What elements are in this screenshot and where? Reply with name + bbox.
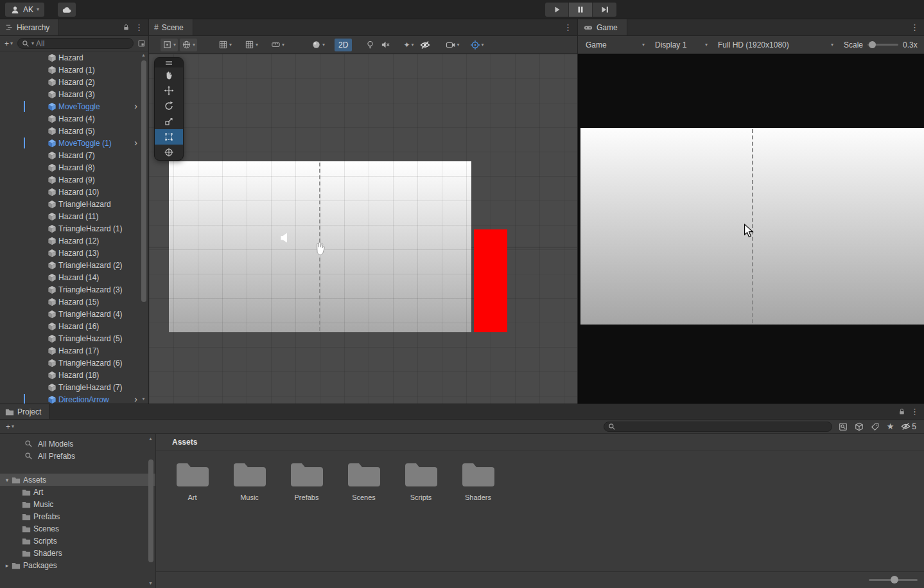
hierarchy-item[interactable]: TriangleHazard (7): [0, 381, 140, 393]
hierarchy-scrollbar[interactable]: ▲ ▼: [141, 51, 148, 402]
lock-icon[interactable]: [898, 407, 906, 416]
create-object-button[interactable]: + ▾: [3, 37, 15, 50]
hierarchy-search-field[interactable]: ▾ All: [17, 38, 134, 49]
tree-folder-item[interactable]: Shaders: [0, 547, 155, 559]
draw-mode-button[interactable]: ▾: [309, 39, 327, 51]
hierarchy-item[interactable]: DirectionArrow›: [0, 393, 140, 404]
search-by-type-icon[interactable]: [839, 422, 848, 431]
hierarchy-item[interactable]: TriangleHazard (4): [0, 308, 140, 320]
hierarchy-item[interactable]: Hazard (13): [0, 247, 140, 259]
snap-increment-button[interactable]: ▾: [269, 39, 286, 51]
hierarchy-item[interactable]: Hazard (16): [0, 320, 140, 332]
kebab-menu-icon[interactable]: ⋮: [911, 407, 919, 416]
resolution-dropdown[interactable]: Full HD (1920x1080) ▾: [715, 39, 836, 51]
hierarchy-item[interactable]: Hazard (9): [0, 174, 140, 186]
tab-project[interactable]: Project: [0, 404, 49, 419]
tree-item-assets[interactable]: ▾ Assets: [0, 474, 155, 486]
hierarchy-item[interactable]: MoveToggle›: [0, 100, 140, 112]
camera-settings-button[interactable]: ▾: [444, 39, 462, 51]
asset-folder[interactable]: Scripts: [392, 461, 449, 501]
hierarchy-item[interactable]: Hazard (7): [0, 149, 140, 161]
hierarchy-item[interactable]: Hazard (1): [0, 64, 140, 76]
expander-closed-icon[interactable]: ▸: [3, 562, 12, 569]
display-dropdown[interactable]: Display 1 ▾: [652, 39, 710, 51]
hazard-red-block[interactable]: [474, 229, 507, 332]
hierarchy-item[interactable]: Hazard (8): [0, 161, 140, 174]
hierarchy-item[interactable]: Hazard (5): [0, 125, 140, 137]
tab-hierarchy[interactable]: Hierarchy: [0, 19, 59, 35]
cloud-services-button[interactable]: [58, 3, 76, 17]
scale-slider[interactable]: [867, 44, 898, 46]
search-picker-icon[interactable]: [137, 39, 146, 48]
project-search-field[interactable]: [604, 422, 832, 432]
hierarchy-item[interactable]: Hazard (2): [0, 76, 140, 88]
hierarchy-item[interactable]: Hazard (12): [0, 235, 140, 247]
hierarchy-item[interactable]: Hazard (15): [0, 296, 140, 308]
tree-folder-item[interactable]: Prefabs: [0, 510, 155, 522]
effects-dropdown-button[interactable]: ✦ ▾: [401, 39, 415, 51]
scale-tool-button[interactable]: [155, 114, 183, 129]
scene-viewport[interactable]: [149, 54, 577, 404]
hierarchy-item[interactable]: TriangleHazard (2): [0, 259, 140, 271]
pause-button[interactable]: [569, 3, 593, 17]
favorite-item[interactable]: All Models: [0, 438, 155, 450]
favorites-star-icon[interactable]: ★: [887, 422, 894, 431]
scroll-down-icon[interactable]: ▼: [141, 396, 146, 401]
tool-settings-button[interactable]: ▾: [161, 39, 178, 51]
scroll-up-icon[interactable]: ▲: [148, 436, 153, 441]
scroll-down-icon[interactable]: ▼: [148, 581, 153, 585]
create-asset-button[interactable]: + ▾: [4, 420, 16, 433]
scrollbar-thumb[interactable]: [141, 60, 146, 302]
rotate-tool-button[interactable]: [155, 98, 183, 114]
hierarchy-item[interactable]: TriangleHazard (5): [0, 332, 140, 344]
asset-folder[interactable]: Shaders: [449, 461, 507, 501]
2d-toggle-button[interactable]: 2D: [335, 39, 352, 51]
kebab-menu-icon[interactable]: ⋮: [564, 22, 572, 32]
rect-tool-button[interactable]: [155, 129, 183, 145]
asset-folder[interactable]: Prefabs: [278, 461, 335, 501]
tab-scene[interactable]: # Scene: [149, 19, 193, 35]
move-tool-button[interactable]: [155, 83, 183, 98]
tree-folder-item[interactable]: Art: [0, 486, 155, 498]
play-button[interactable]: [545, 3, 569, 17]
prefab-open-arrow[interactable]: ›: [134, 393, 137, 404]
game-viewport[interactable]: [578, 54, 924, 404]
lock-icon[interactable]: [122, 23, 130, 31]
hierarchy-item[interactable]: TriangleHazard: [0, 198, 140, 210]
hierarchy-item[interactable]: Hazard (10): [0, 186, 140, 198]
zoom-slider-knob[interactable]: [891, 576, 898, 584]
hand-tool-button[interactable]: [155, 67, 183, 83]
tree-item-packages[interactable]: ▸ Packages: [0, 559, 155, 571]
scene-audio-toggle[interactable]: [379, 39, 392, 51]
packages-filter-icon[interactable]: [855, 422, 864, 431]
grid-snapping-button[interactable]: ▾: [216, 39, 234, 51]
hierarchy-item[interactable]: Hazard (14): [0, 271, 140, 283]
label-icon[interactable]: [871, 422, 880, 431]
hidden-count-toggle[interactable]: 5: [901, 422, 916, 431]
asset-folder[interactable]: Music: [221, 461, 278, 501]
tab-game[interactable]: Game: [578, 19, 627, 35]
tree-folder-item[interactable]: Music: [0, 498, 155, 510]
asset-folder[interactable]: Art: [164, 461, 221, 501]
gizmos-button[interactable]: ▾: [468, 39, 486, 51]
kebab-menu-icon[interactable]: ⋮: [911, 22, 919, 32]
hierarchy-item[interactable]: Hazard: [0, 51, 140, 64]
prefab-open-arrow[interactable]: ›: [134, 100, 137, 112]
hierarchy-item[interactable]: Hazard (18): [0, 369, 140, 381]
transform-tool-button[interactable]: [155, 145, 183, 160]
hierarchy-item[interactable]: TriangleHazard (3): [0, 283, 140, 296]
scene-lighting-toggle[interactable]: [363, 39, 377, 51]
favorite-item[interactable]: All Prefabs: [0, 450, 155, 462]
prefab-open-arrow[interactable]: ›: [134, 137, 137, 149]
scale-slider-knob[interactable]: [869, 41, 876, 48]
palette-drag-handle[interactable]: [155, 58, 183, 67]
grid-visibility-button[interactable]: ▾: [243, 39, 260, 51]
scene-visibility-toggle[interactable]: [418, 39, 432, 51]
hierarchy-item[interactable]: Hazard (17): [0, 344, 140, 357]
hierarchy-item[interactable]: TriangleHazard (6): [0, 357, 140, 369]
scrollbar-thumb[interactable]: [148, 459, 153, 562]
game-view-dropdown[interactable]: Game ▾: [583, 39, 647, 51]
tree-folder-item[interactable]: Scripts: [0, 535, 155, 547]
hierarchy-item[interactable]: Hazard (11): [0, 210, 140, 222]
tree-folder-item[interactable]: Scenes: [0, 522, 155, 535]
